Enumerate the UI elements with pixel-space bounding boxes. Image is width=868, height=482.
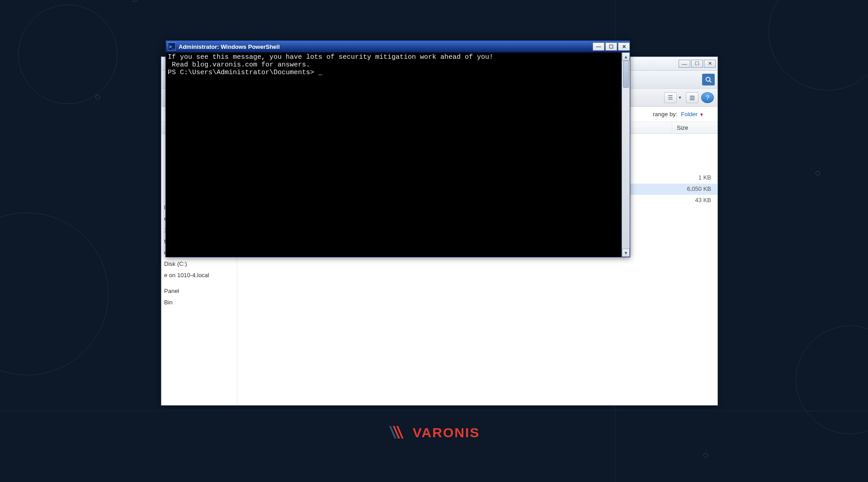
list-view-icon: ☰ xyxy=(668,94,673,101)
deco-dot xyxy=(816,171,820,175)
help-button[interactable]: ? xyxy=(701,92,714,103)
powershell-window: >_ Administrator: Windows PowerShell — ☐… xyxy=(165,40,630,257)
help-icon: ? xyxy=(706,94,709,101)
scroll-thumb[interactable] xyxy=(623,61,629,88)
window-title: Administrator: Windows PowerShell xyxy=(179,43,280,50)
nav-item[interactable]: e on 1010-4.local xyxy=(161,269,237,281)
nav-item[interactable]: Panel xyxy=(161,285,237,297)
arrange-value[interactable]: Folder▼ xyxy=(681,111,704,118)
close-button[interactable]: ✕ xyxy=(618,43,630,51)
powershell-icon: >_ xyxy=(168,43,176,51)
search-button[interactable] xyxy=(702,74,715,85)
deco-line xyxy=(0,411,868,411)
deco-circle xyxy=(0,213,108,375)
search-icon xyxy=(705,76,712,83)
caret-down-icon: ▼ xyxy=(699,112,704,117)
size-value: 43 KB xyxy=(687,194,712,206)
console-text[interactable]: If you see this message, you have lots o… xyxy=(166,52,622,257)
varonis-mark-icon xyxy=(388,425,408,440)
brand-logo: VARONIS xyxy=(388,425,480,440)
view-button[interactable]: ☰ xyxy=(664,92,677,103)
deco-dot xyxy=(703,453,708,458)
nav-item[interactable] xyxy=(161,281,237,285)
scroll-up-button[interactable]: ▲ xyxy=(622,52,630,61)
deco-circle xyxy=(796,326,868,434)
size-value: 6,050 KB xyxy=(687,183,712,194)
nav-item[interactable]: Disk (C:) xyxy=(161,258,237,269)
nav-item[interactable]: Bin xyxy=(161,297,237,308)
size-value: 1 KB xyxy=(687,172,712,183)
view-dropdown[interactable]: ▼ xyxy=(677,95,683,100)
sizes-peek: 1 KB6,050 KB43 KB xyxy=(687,172,712,206)
brand-text: VARONIS xyxy=(413,425,480,440)
preview-pane-button[interactable]: ▥ xyxy=(686,92,698,103)
minimize-button[interactable]: — xyxy=(593,43,604,51)
scrollbar[interactable]: ▲ ▼ xyxy=(622,52,630,257)
deco-dot xyxy=(132,0,137,2)
close-button[interactable]: ✕ xyxy=(704,60,716,68)
col-size[interactable]: Size xyxy=(672,122,717,133)
svg-line-1 xyxy=(710,80,712,82)
pane-icon: ▥ xyxy=(689,94,695,101)
deco-circle xyxy=(769,0,868,90)
powershell-titlebar[interactable]: >_ Administrator: Windows PowerShell — ☐… xyxy=(166,41,630,52)
console-body[interactable]: If you see this message, you have lots o… xyxy=(166,52,630,257)
maximize-button[interactable]: ☐ xyxy=(605,43,617,51)
scroll-down-button[interactable]: ▼ xyxy=(622,249,630,257)
cursor xyxy=(318,69,322,76)
minimize-button[interactable]: — xyxy=(679,60,690,68)
deco-dot xyxy=(95,95,100,99)
deco-circle xyxy=(18,5,118,104)
maximize-button[interactable]: ☐ xyxy=(691,60,703,68)
arrange-label: range by: xyxy=(653,111,677,118)
svg-point-0 xyxy=(706,77,710,81)
